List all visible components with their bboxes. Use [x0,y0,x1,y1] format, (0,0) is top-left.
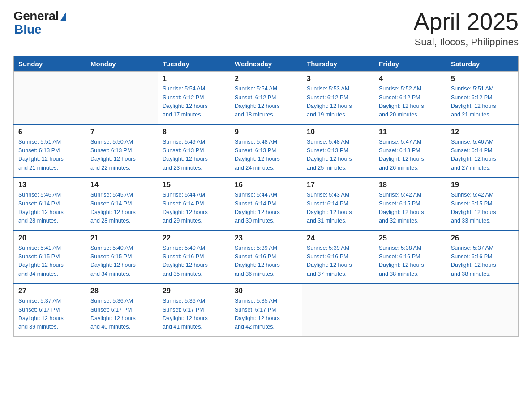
day-number: 20 [18,234,81,242]
calendar-cell: 28Sunrise: 5:36 AM Sunset: 6:17 PM Dayli… [86,283,158,336]
day-info: Sunrise: 5:46 AM Sunset: 6:14 PM Dayligh… [451,138,514,173]
calendar-cell: 9Sunrise: 5:48 AM Sunset: 6:13 PM Daylig… [230,124,302,178]
calendar-day-header: Tuesday [158,56,230,72]
calendar-cell: 16Sunrise: 5:44 AM Sunset: 6:14 PM Dayli… [230,177,302,231]
day-info: Sunrise: 5:44 AM Sunset: 6:14 PM Dayligh… [163,191,225,226]
calendar-day-header: Wednesday [230,56,302,72]
day-info: Sunrise: 5:42 AM Sunset: 6:15 PM Dayligh… [451,191,514,226]
calendar-cell: 7Sunrise: 5:50 AM Sunset: 6:13 PM Daylig… [86,124,158,178]
calendar-cell: 27Sunrise: 5:37 AM Sunset: 6:17 PM Dayli… [14,283,86,336]
day-info: Sunrise: 5:40 AM Sunset: 6:16 PM Dayligh… [163,244,225,279]
day-info: Sunrise: 5:43 AM Sunset: 6:14 PM Dayligh… [307,191,369,226]
calendar-cell: 26Sunrise: 5:37 AM Sunset: 6:16 PM Dayli… [446,231,519,284]
day-number: 1 [163,75,225,83]
day-info: Sunrise: 5:48 AM Sunset: 6:13 PM Dayligh… [235,138,297,173]
calendar-cell: 4Sunrise: 5:52 AM Sunset: 6:12 PM Daylig… [374,72,446,124]
calendar-day-header: Sunday [14,56,86,72]
calendar-cell: 23Sunrise: 5:39 AM Sunset: 6:16 PM Dayli… [230,231,302,284]
calendar-cell: 29Sunrise: 5:36 AM Sunset: 6:17 PM Dayli… [158,283,230,336]
calendar-cell: 22Sunrise: 5:40 AM Sunset: 6:16 PM Dayli… [158,231,230,284]
day-number: 7 [90,128,153,136]
calendar-cell: 19Sunrise: 5:42 AM Sunset: 6:15 PM Dayli… [446,177,519,231]
logo: General Blue [13,9,66,37]
day-info: Sunrise: 5:35 AM Sunset: 6:17 PM Dayligh… [235,297,297,332]
calendar-cell [374,283,446,336]
calendar-cell: 30Sunrise: 5:35 AM Sunset: 6:17 PM Dayli… [230,283,302,336]
day-number: 12 [451,128,514,136]
day-number: 3 [307,75,369,83]
logo-blue-text: Blue [13,22,42,37]
calendar-week-row: 1Sunrise: 5:54 AM Sunset: 6:12 PM Daylig… [14,72,519,124]
calendar-week-row: 6Sunrise: 5:51 AM Sunset: 6:13 PM Daylig… [14,124,519,178]
day-info: Sunrise: 5:37 AM Sunset: 6:16 PM Dayligh… [451,244,514,279]
day-number: 2 [235,75,297,83]
day-info: Sunrise: 5:54 AM Sunset: 6:12 PM Dayligh… [163,85,225,120]
day-info: Sunrise: 5:46 AM Sunset: 6:14 PM Dayligh… [18,191,81,226]
calendar-day-header: Thursday [302,56,374,72]
day-number: 4 [379,75,442,83]
calendar-day-header: Monday [86,56,158,72]
calendar-header-row: SundayMondayTuesdayWednesdayThursdayFrid… [14,56,519,72]
day-number: 8 [163,128,225,136]
day-info: Sunrise: 5:41 AM Sunset: 6:15 PM Dayligh… [18,244,81,279]
page-title: April 2025 [414,9,519,34]
day-number: 23 [235,234,297,242]
day-number: 22 [163,234,225,242]
calendar-day-header: Saturday [446,56,519,72]
day-number: 6 [18,128,81,136]
calendar-cell [302,283,374,336]
calendar-cell: 18Sunrise: 5:42 AM Sunset: 6:15 PM Dayli… [374,177,446,231]
calendar-cell: 17Sunrise: 5:43 AM Sunset: 6:14 PM Dayli… [302,177,374,231]
calendar-cell: 1Sunrise: 5:54 AM Sunset: 6:12 PM Daylig… [158,72,230,124]
day-number: 19 [451,181,514,189]
calendar-cell [14,72,86,124]
calendar-cell [86,72,158,124]
day-info: Sunrise: 5:44 AM Sunset: 6:14 PM Dayligh… [235,191,297,226]
day-number: 25 [379,234,442,242]
day-info: Sunrise: 5:49 AM Sunset: 6:13 PM Dayligh… [163,138,225,173]
day-number: 5 [451,75,514,83]
day-info: Sunrise: 5:50 AM Sunset: 6:13 PM Dayligh… [90,138,153,173]
calendar-table: SundayMondayTuesdayWednesdayThursdayFrid… [13,56,519,337]
calendar-cell: 21Sunrise: 5:40 AM Sunset: 6:15 PM Dayli… [86,231,158,284]
day-number: 18 [379,181,442,189]
day-number: 30 [235,287,297,295]
day-info: Sunrise: 5:53 AM Sunset: 6:12 PM Dayligh… [307,85,369,120]
logo-triangle-icon [60,12,66,21]
day-info: Sunrise: 5:36 AM Sunset: 6:17 PM Dayligh… [90,297,153,332]
calendar-week-row: 20Sunrise: 5:41 AM Sunset: 6:15 PM Dayli… [14,231,519,284]
day-info: Sunrise: 5:48 AM Sunset: 6:13 PM Dayligh… [307,138,369,173]
day-number: 9 [235,128,297,136]
calendar-cell: 6Sunrise: 5:51 AM Sunset: 6:13 PM Daylig… [14,124,86,178]
day-info: Sunrise: 5:40 AM Sunset: 6:15 PM Dayligh… [90,244,153,279]
calendar-cell: 25Sunrise: 5:38 AM Sunset: 6:16 PM Dayli… [374,231,446,284]
day-number: 13 [18,181,81,189]
day-info: Sunrise: 5:47 AM Sunset: 6:13 PM Dayligh… [379,138,442,173]
day-info: Sunrise: 5:37 AM Sunset: 6:17 PM Dayligh… [18,297,81,332]
calendar-week-row: 27Sunrise: 5:37 AM Sunset: 6:17 PM Dayli… [14,283,519,336]
calendar-cell [446,283,519,336]
calendar-cell: 3Sunrise: 5:53 AM Sunset: 6:12 PM Daylig… [302,72,374,124]
day-number: 10 [307,128,369,136]
calendar-cell: 13Sunrise: 5:46 AM Sunset: 6:14 PM Dayli… [14,177,86,231]
day-info: Sunrise: 5:42 AM Sunset: 6:15 PM Dayligh… [379,191,442,226]
calendar-cell: 8Sunrise: 5:49 AM Sunset: 6:13 PM Daylig… [158,124,230,178]
day-number: 16 [235,181,297,189]
day-number: 29 [163,287,225,295]
calendar-cell: 24Sunrise: 5:39 AM Sunset: 6:16 PM Dayli… [302,231,374,284]
page-subtitle: Sual, Ilocos, Philippines [414,36,519,48]
day-number: 28 [90,287,153,295]
day-info: Sunrise: 5:39 AM Sunset: 6:16 PM Dayligh… [307,244,369,279]
day-number: 24 [307,234,369,242]
day-number: 11 [379,128,442,136]
day-number: 14 [90,181,153,189]
calendar-cell: 2Sunrise: 5:54 AM Sunset: 6:12 PM Daylig… [230,72,302,124]
day-info: Sunrise: 5:51 AM Sunset: 6:13 PM Dayligh… [18,138,81,173]
day-info: Sunrise: 5:52 AM Sunset: 6:12 PM Dayligh… [379,85,442,120]
calendar-cell: 14Sunrise: 5:45 AM Sunset: 6:14 PM Dayli… [86,177,158,231]
calendar-day-header: Friday [374,56,446,72]
day-number: 27 [18,287,81,295]
calendar-cell: 10Sunrise: 5:48 AM Sunset: 6:13 PM Dayli… [302,124,374,178]
day-info: Sunrise: 5:39 AM Sunset: 6:16 PM Dayligh… [235,244,297,279]
calendar-cell: 11Sunrise: 5:47 AM Sunset: 6:13 PM Dayli… [374,124,446,178]
